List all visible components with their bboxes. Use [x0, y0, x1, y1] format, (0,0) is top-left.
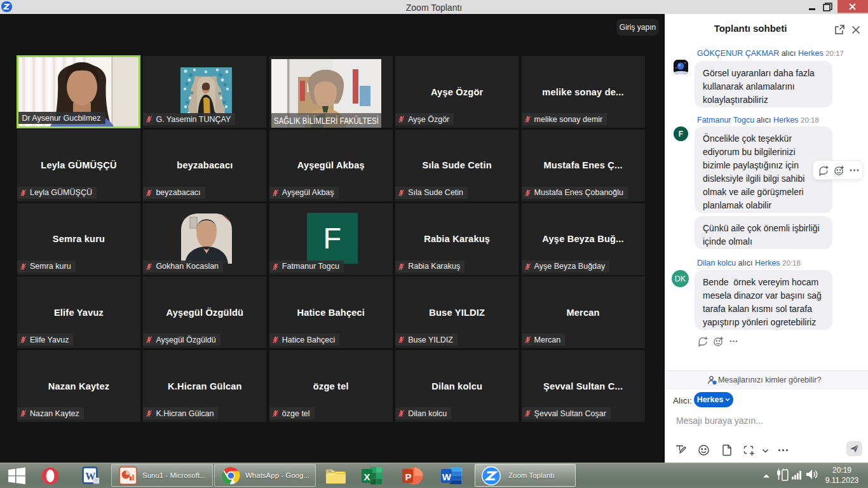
svg-text:X: X — [364, 471, 370, 482]
svg-text:W: W — [442, 471, 452, 482]
svg-text:P: P — [405, 471, 412, 482]
svg-text:SAĞLIK BİLİMLERİ FAKÜLTESİ: SAĞLIK BİLİMLERİ FAKÜLTESİ — [274, 115, 379, 126]
